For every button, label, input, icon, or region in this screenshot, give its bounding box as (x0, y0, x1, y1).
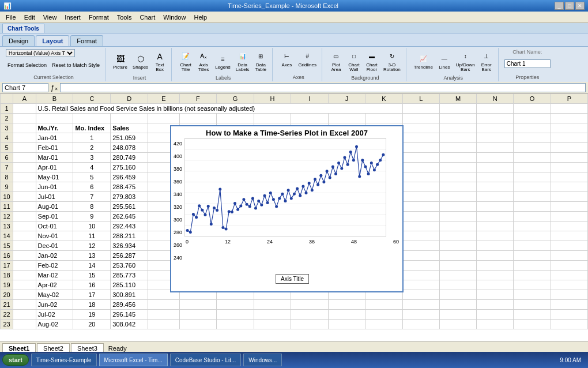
cell-l13[interactable] (402, 221, 439, 231)
cell-d11[interactable]: 295.561 (111, 202, 148, 212)
cell-g2[interactable] (217, 114, 254, 123)
cell-c6[interactable]: 3 (73, 153, 111, 163)
picture-btn[interactable]: 🖼Picture (111, 51, 129, 72)
cell-c23[interactable]: 20 (73, 320, 111, 329)
cell-c7[interactable]: 4 (73, 163, 111, 172)
data-table-btn[interactable]: ⊞DataTable (252, 49, 269, 74)
cell-m9[interactable] (439, 182, 476, 192)
cell-m19[interactable] (439, 280, 476, 290)
minimize-btn[interactable]: _ (555, 2, 564, 10)
cell-c5[interactable]: 2 (73, 143, 111, 153)
cell-m4[interactable] (439, 133, 476, 143)
cell-m12[interactable] (439, 212, 476, 221)
menu-tools[interactable]: Tools (114, 13, 135, 22)
cell-o5[interactable] (514, 143, 551, 153)
col-header-k[interactable]: K (365, 94, 403, 104)
cell-l5[interactable] (402, 143, 439, 153)
cell-m7[interactable] (439, 163, 476, 172)
cell-c16[interactable]: 13 (73, 251, 111, 261)
cell-b13[interactable]: Oct-01 (36, 221, 73, 231)
cell-c4[interactable]: 1 (73, 133, 111, 143)
cell-d20[interactable]: 300.891 (111, 290, 148, 300)
cell-o19[interactable] (514, 280, 551, 290)
cell-l20[interactable] (402, 290, 439, 300)
cell-n15[interactable] (477, 241, 514, 251)
menu-insert[interactable]: Insert (61, 13, 84, 22)
cell-p5[interactable] (551, 143, 587, 153)
cell-c9[interactable]: 6 (73, 182, 111, 192)
cell-c13[interactable]: 10 (73, 221, 111, 231)
cell-l8[interactable] (402, 172, 439, 182)
cell-i2[interactable] (291, 114, 328, 123)
cell-e21[interactable] (148, 300, 180, 310)
cell-l9[interactable] (402, 182, 439, 192)
plot-area-btn[interactable]: ▭PlotArea (328, 49, 344, 74)
tab-layout[interactable]: Layout (36, 35, 69, 46)
cell-l18[interactable] (402, 271, 439, 280)
cell-p12[interactable] (551, 212, 587, 221)
col-header-j[interactable]: J (328, 94, 365, 104)
col-header-e[interactable]: E (148, 94, 180, 104)
cell-b4[interactable]: Jan-01 (36, 133, 73, 143)
cell-m23[interactable] (439, 320, 476, 329)
tab-design[interactable]: Design (2, 35, 35, 46)
cell-p22[interactable] (551, 310, 587, 320)
cell-d15[interactable]: 326.934 (111, 241, 148, 251)
cell-m20[interactable] (439, 290, 476, 300)
cell-p6[interactable] (551, 153, 587, 163)
cell-d10[interactable]: 279.803 (111, 192, 148, 202)
cell-d16[interactable]: 256.287 (111, 251, 148, 261)
cell-a22[interactable] (13, 310, 36, 320)
cell-m13[interactable] (439, 221, 476, 231)
cell-p23[interactable] (551, 320, 587, 329)
col-header-o[interactable]: O (514, 94, 551, 104)
chart-floor-btn[interactable]: ▬ChartFloor (364, 49, 380, 74)
cell-a6[interactable] (13, 153, 36, 163)
cell-b5[interactable]: Feb-01 (36, 143, 73, 153)
menu-chart[interactable]: Chart (136, 13, 159, 22)
cell-c18[interactable]: 15 (73, 271, 111, 280)
cell-a5[interactable] (13, 143, 36, 153)
cell-n21[interactable] (477, 300, 514, 310)
cell-b3[interactable]: Mo./Yr. (36, 123, 73, 133)
fx-icon[interactable]: ƒₓ (51, 84, 58, 92)
cell-b7[interactable]: Apr-01 (36, 163, 73, 172)
cell-b15[interactable]: Dec-01 (36, 241, 73, 251)
cell-e23[interactable] (148, 320, 180, 329)
cell-d23[interactable]: 308.042 (111, 320, 148, 329)
cell-d14[interactable]: 288.211 (111, 231, 148, 241)
cell-n17[interactable] (477, 261, 514, 271)
cell-n13[interactable] (477, 221, 514, 231)
cell-n11[interactable] (477, 202, 514, 212)
cell-a8[interactable] (13, 172, 36, 182)
cell-o11[interactable] (514, 202, 551, 212)
cell-a9[interactable] (13, 182, 36, 192)
cell-m18[interactable] (439, 271, 476, 280)
cell-m2[interactable] (439, 114, 476, 123)
cell-k2[interactable] (365, 114, 403, 123)
cell-m1[interactable] (477, 104, 514, 114)
cell-n16[interactable] (477, 251, 514, 261)
cell-m22[interactable] (439, 310, 476, 320)
close-btn[interactable]: ✕ (575, 2, 585, 10)
cell-c12[interactable]: 9 (73, 212, 111, 221)
cell-m21[interactable] (439, 300, 476, 310)
cell-n18[interactable] (477, 271, 514, 280)
cell-d18[interactable]: 285.773 (111, 271, 148, 280)
menu-help[interactable]: Help (190, 13, 210, 22)
legend-btn[interactable]: ≡Legend (213, 51, 232, 72)
cell-a19[interactable] (13, 280, 36, 290)
cell-l12[interactable] (402, 212, 439, 221)
cell-p3[interactable] (551, 123, 587, 133)
cell-m11[interactable] (439, 202, 476, 212)
cell-d6[interactable]: 280.749 (111, 153, 148, 163)
cell-l22[interactable] (402, 310, 439, 320)
name-box[interactable] (2, 83, 48, 92)
cell-p15[interactable] (551, 241, 587, 251)
cell-g22[interactable] (217, 310, 254, 320)
cell-n10[interactable] (477, 192, 514, 202)
cell-a3[interactable] (13, 123, 36, 133)
cell-c19[interactable]: 16 (73, 280, 111, 290)
cell-l4[interactable] (402, 133, 439, 143)
col-header-g[interactable]: G (217, 94, 254, 104)
